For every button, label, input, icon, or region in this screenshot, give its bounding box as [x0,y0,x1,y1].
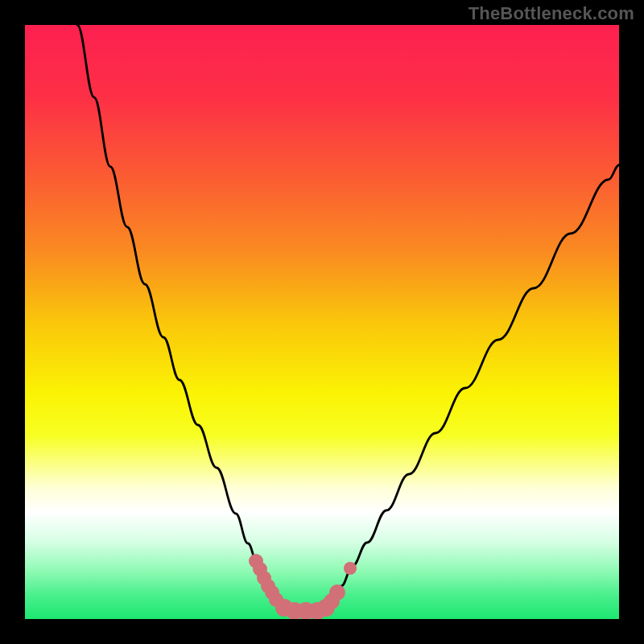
chart-frame: TheBottleneck.com [0,0,644,644]
gradient-background [25,25,619,619]
watermark-text: TheBottleneck.com [469,3,634,24]
marker-right-isolated [344,562,357,575]
plot-area [25,25,619,619]
marker-trough-cluster [329,584,345,601]
chart-canvas [25,25,619,619]
